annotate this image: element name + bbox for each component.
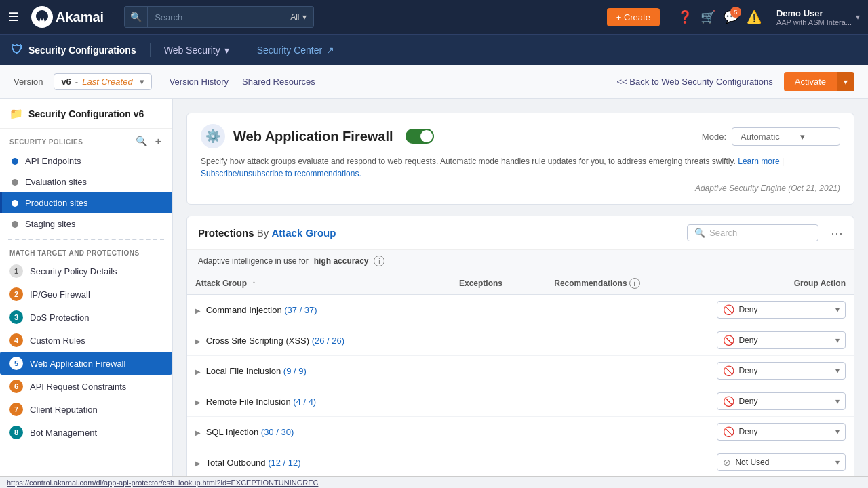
protections-search[interactable]: 🔍 (687, 224, 818, 241)
sidebar-item-client-reputation[interactable]: 7 Client Reputation (0, 398, 172, 421)
top-navigation: ☰ Akamai 🔍 All ▾ + Create ❓ 🛒 💬 5 ⚠️ Dem… (0, 0, 868, 34)
attack-name: SQL Injection (206, 427, 261, 437)
action-dropdown[interactable]: 🚫 Deny ▾ (717, 392, 846, 410)
deny-icon: 🚫 (723, 426, 734, 437)
security-configs-label: Security Configurations (28, 45, 136, 56)
table-row: ▶ SQL Injection (30 / 30) 🚫 Deny ▾ (187, 417, 854, 447)
row-expand-icon[interactable]: ▶ (195, 429, 201, 436)
sidebar-item-label: Client Reputation (30, 405, 98, 415)
sidebar-item-bot-management[interactable]: 8 Bot Management (0, 421, 172, 444)
protections-search-input[interactable] (709, 228, 811, 238)
sidebar-item-ip-geo-firewall[interactable]: 2 IP/Geo Firewall (0, 283, 172, 306)
activate-button[interactable]: Activate (784, 72, 837, 92)
sidebar-item-label: Evaluation sites (25, 177, 87, 187)
high-accuracy-label: high accuracy (314, 256, 369, 266)
recommendations-info-icon[interactable]: i (629, 278, 640, 289)
search-input[interactable] (147, 6, 283, 28)
attack-group-cell: ▶ Command Injection (37 / 37) (187, 295, 451, 325)
search-icon: 🔍 (124, 6, 147, 28)
sidebar-item-api-request-constraints[interactable]: 6 API Request Constraints (0, 375, 172, 398)
action-dropdown[interactable]: 🚫 Deny ▾ (717, 331, 846, 349)
waf-toggle[interactable] (406, 129, 434, 144)
version-dropdown[interactable]: v6 - Last Created ▾ (54, 73, 151, 90)
row-expand-icon[interactable]: ▶ (195, 307, 201, 314)
search-policies-icon[interactable]: 🔍 (136, 136, 148, 148)
adaptive-engine-label: Adaptive Security Engine (Oct 21, 2021) (201, 184, 840, 193)
sidebar-item-staging-sites[interactable]: Staging sites (0, 214, 172, 235)
info-icon[interactable]: i (374, 256, 384, 266)
web-security-chevron-icon: ▾ (224, 45, 229, 56)
back-link[interactable]: << Back to Web Security Configurations (616, 77, 772, 87)
create-button[interactable]: + Create (607, 8, 660, 26)
sidebar-item-evaluation-sites[interactable]: Evaluation sites (0, 171, 172, 192)
col-attack-group-label: Attack Group (195, 279, 247, 288)
group-action-cell: 🚫 Deny ▾ (709, 417, 854, 447)
user-name: Demo User (776, 8, 852, 18)
sidebar-item-api-endpoints[interactable]: API Endpoints (0, 150, 172, 171)
learn-more-link[interactable]: Learn more (738, 157, 779, 166)
sidebar-item-waf[interactable]: 5 Web Application Firewall (0, 352, 172, 375)
action-caret-icon: ▾ (835, 458, 840, 467)
status-url[interactable]: https://control.akamai.com/dl/app-api-pr… (7, 479, 318, 487)
sidebar-header: 📁 Security Configuration v6 (0, 99, 172, 129)
user-section[interactable]: Demo User AAP with ASM Intera... ▾ (776, 8, 860, 26)
dot-icon (12, 200, 18, 207)
alerts-icon[interactable]: ⚠️ (747, 9, 762, 24)
table-row: ▶ Command Injection (37 / 37) 🚫 Deny ▾ (187, 295, 854, 325)
security-center-link[interactable]: Security Center ↗ (243, 45, 348, 56)
table-header-row: Attack Group ↑ Exceptions Recommendation… (187, 272, 854, 295)
attack-name: Local File Inclusion (206, 366, 283, 376)
action-dropdown[interactable]: 🚫 Deny ▾ (717, 301, 846, 319)
toggle-background[interactable] (406, 129, 434, 144)
group-action-cell: 🚫 Deny ▾ (709, 386, 854, 417)
activate-caret-button[interactable]: ▾ (837, 72, 854, 92)
attack-count: (12 / 12) (268, 458, 300, 468)
sidebar-section-icons: 🔍 ＋ (136, 136, 163, 148)
shared-resources-tab[interactable]: Shared Resources (242, 74, 315, 89)
attack-name: Remote File Inclusion (206, 396, 294, 407)
step-number: 5 (9, 357, 23, 370)
recommendations-cell (546, 295, 709, 325)
hamburger-menu[interactable]: ☰ (8, 9, 19, 24)
search-all-dropdown[interactable]: All ▾ (283, 6, 313, 28)
protections-table-body: ▶ Command Injection (37 / 37) 🚫 Deny ▾ ▶… (187, 295, 854, 489)
cart-icon[interactable]: 🛒 (701, 9, 715, 24)
col-attack-group[interactable]: Attack Group ↑ (187, 272, 451, 295)
sidebar-item-dos-protection[interactable]: 3 DoS Protection (0, 306, 172, 329)
search-bar[interactable]: 🔍 All ▾ (124, 6, 313, 28)
exceptions-cell (451, 386, 546, 417)
action-dropdown[interactable]: 🚫 Deny ▾ (717, 362, 846, 380)
col-group-action: Group Action (709, 272, 854, 295)
action-dropdown[interactable]: ⊘ Not Used ▾ (717, 453, 846, 471)
not-used-icon: ⊘ (723, 457, 731, 468)
row-expand-icon[interactable]: ▶ (195, 368, 201, 375)
more-options-button[interactable]: ⋯ (831, 226, 843, 241)
sort-icon: ↑ (252, 279, 256, 288)
exceptions-cell (451, 417, 546, 447)
notifications-icon[interactable]: 💬 5 (724, 9, 738, 24)
adaptive-label: Adaptive intelligence in use for (198, 256, 309, 266)
security-configs-link[interactable]: 🛡 Security Configurations (11, 43, 151, 57)
table-row: ▶ Total Outbound (12 / 12) ⊘ Not Used ▾ (187, 447, 854, 478)
mode-dropdown[interactable]: Automatic ▾ (732, 127, 840, 146)
exceptions-cell (451, 325, 546, 356)
status-bar: https://control.akamai.com/dl/app-api-pr… (0, 476, 868, 488)
help-icon[interactable]: ❓ (677, 9, 692, 24)
row-expand-icon[interactable]: ▶ (195, 460, 201, 467)
row-expand-icon[interactable]: ▶ (195, 338, 201, 345)
add-policy-icon[interactable]: ＋ (153, 136, 163, 148)
action-dropdown[interactable]: 🚫 Deny ▾ (717, 423, 846, 441)
subscribe-link[interactable]: Subscribe/unsubscribe to recommendations… (201, 169, 361, 178)
waf-title: Web Application Firewall (233, 129, 393, 144)
sidebar-item-security-policy-details[interactable]: 1 Security Policy Details (0, 260, 172, 283)
sidebar-item-production-sites[interactable]: Production sites (0, 192, 172, 214)
version-history-tab[interactable]: Version History (170, 74, 229, 89)
activate-button-group: Activate ▾ (784, 72, 854, 92)
protections-title-text: Protections (198, 227, 254, 239)
sidebar-item-label: API Request Constraints (30, 382, 126, 392)
action-caret-icon: ▾ (835, 427, 840, 436)
web-security-menu[interactable]: Web Security ▾ (151, 45, 243, 56)
attack-name: Total Outbound (205, 458, 268, 468)
row-expand-icon[interactable]: ▶ (195, 399, 201, 406)
sidebar-item-custom-rules[interactable]: 4 Custom Rules (0, 329, 172, 352)
